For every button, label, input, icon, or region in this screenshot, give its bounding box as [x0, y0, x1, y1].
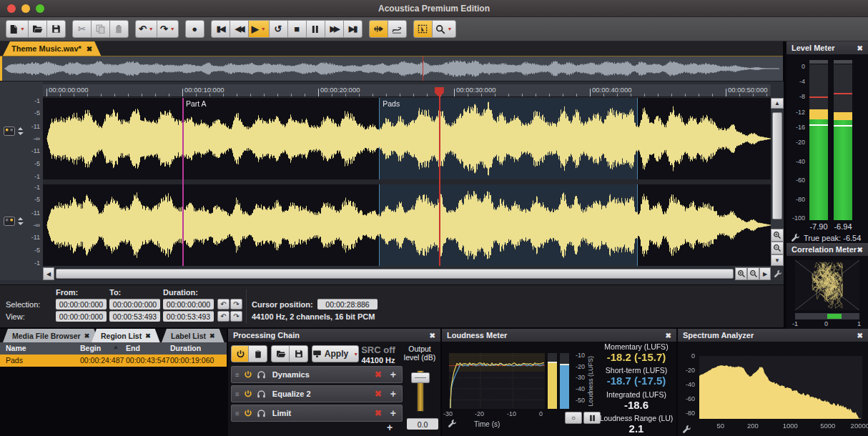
vscroll-track[interactable]	[771, 109, 784, 229]
cursor-position-field[interactable]: 00:00:28:886	[317, 299, 378, 309]
zoom-out-vertical-button[interactable]	[771, 242, 784, 254]
copy-button[interactable]	[91, 20, 110, 38]
waveform-channel-1[interactable]	[43, 98, 771, 179]
close-icon[interactable]: ✖	[857, 44, 863, 52]
loop-button[interactable]: ↺	[269, 20, 288, 38]
chain-open-button[interactable]	[271, 345, 290, 362]
channel-select-icon[interactable]	[4, 217, 15, 227]
region-list-row[interactable]: Pads00:00:24:48700:00:43:54700:00:19:060	[0, 355, 227, 367]
redo-button[interactable]: ↷▼	[157, 20, 179, 38]
selection-redo-button[interactable]: ↷	[230, 299, 242, 309]
selection-from-field[interactable]: 00:00:00:000	[56, 299, 107, 309]
go-to-start-button[interactable]: ▮◀	[211, 20, 230, 38]
zoom-in-vertical-button[interactable]	[771, 229, 784, 242]
column-header-name[interactable]: Name	[6, 344, 26, 352]
effect-row-equalize-2[interactable]: ≡Equalize 2✖+	[231, 385, 403, 402]
remove-effect-icon[interactable]: ✖	[375, 408, 382, 418]
drag-handle-icon[interactable]: ≡	[235, 410, 240, 417]
tab-close-icon[interactable]: ✖	[209, 332, 215, 340]
waveform-channel-2[interactable]	[43, 184, 771, 266]
add-effect-button[interactable]: +	[387, 422, 393, 433]
close-icon[interactable]: ✖	[430, 332, 435, 340]
new-file-button[interactable]: ▼	[6, 20, 29, 38]
effect-row-limit[interactable]: ≡Limit✖+	[231, 405, 403, 422]
maximize-window-button[interactable]	[36, 4, 44, 13]
view-duration-field[interactable]: 00:00:53:493	[163, 311, 214, 322]
insert-effect-icon[interactable]: +	[390, 388, 396, 400]
hscroll-thumb[interactable]	[56, 269, 734, 279]
vscroll-thumb[interactable]	[772, 112, 782, 219]
overview-waveform[interactable]	[0, 56, 783, 81]
region-list-header[interactable]: NameBeginEndDuration▲	[0, 342, 227, 355]
view-from-field[interactable]: 00:00:00:000	[56, 311, 107, 322]
remove-effect-icon[interactable]: ✖	[375, 370, 382, 380]
remove-effect-icon[interactable]: ✖	[375, 389, 382, 399]
tab-close-icon[interactable]: ✖	[84, 332, 90, 340]
zoom-out-button[interactable]	[747, 267, 759, 280]
envelope-editor-button[interactable]	[388, 20, 407, 38]
chain-enable-button[interactable]	[231, 345, 250, 362]
close-icon[interactable]: ✖	[666, 332, 671, 340]
insert-effect-icon[interactable]: +	[390, 369, 396, 380]
selection-duration-field[interactable]: 00:00:00:000	[163, 299, 214, 309]
channel-select-icon[interactable]	[4, 127, 15, 137]
selection-to-field[interactable]: 00:00:00:000	[109, 299, 160, 309]
insert-effect-icon[interactable]: +	[390, 407, 396, 419]
go-to-end-button[interactable]: ▶▮	[343, 20, 363, 38]
spectrum-settings-wrench-icon[interactable]	[682, 425, 691, 435]
stop-button[interactable]: ■	[287, 20, 307, 38]
tab-close-icon[interactable]: ✖	[145, 332, 151, 340]
close-icon[interactable]: ✖	[857, 332, 863, 340]
effect-solo-headphones-icon[interactable]	[257, 409, 266, 417]
level-settings-wrench-icon[interactable]	[791, 233, 800, 244]
tab-theme-music[interactable]: Theme Music.wav* ✖	[3, 41, 101, 56]
tab-label-list[interactable]: Label List✖	[162, 329, 225, 342]
chain-clipboard-button[interactable]	[248, 345, 267, 362]
column-header-end[interactable]: End	[126, 344, 140, 352]
column-header-begin[interactable]: Begin	[80, 344, 101, 352]
label-marker-line[interactable]	[182, 98, 184, 266]
paste-button[interactable]	[109, 20, 129, 38]
rewind-button[interactable]: ◀◀	[230, 20, 249, 38]
loudness-record-button[interactable]: ○	[565, 412, 582, 424]
effect-solo-headphones-icon[interactable]	[257, 370, 266, 379]
scroll-right-button[interactable]: ▶	[759, 267, 771, 280]
loudness-settings-wrench-icon[interactable]	[448, 419, 457, 430]
output-level-value[interactable]: 0.0	[407, 418, 438, 430]
apply-chain-button[interactable]: Apply ▼	[312, 345, 359, 362]
output-fader-handle[interactable]	[411, 372, 430, 383]
scrub-button[interactable]	[369, 20, 388, 38]
view-to-field[interactable]: 00:00:53:493	[109, 311, 160, 322]
effect-solo-headphones-icon[interactable]	[257, 390, 266, 398]
view-undo-button[interactable]: ↶	[217, 311, 230, 322]
chain-save-button[interactable]	[289, 345, 308, 362]
channel2-controls[interactable]	[4, 217, 24, 227]
open-file-button[interactable]	[28, 20, 47, 38]
tab-close-icon[interactable]: ✖	[87, 45, 92, 53]
effect-power-icon[interactable]	[244, 370, 252, 379]
scroll-down-button[interactable]: ▼	[771, 254, 784, 266]
column-header-duration[interactable]: Duration	[170, 344, 201, 352]
zoom-in-button[interactable]	[735, 267, 747, 280]
close-window-button[interactable]	[7, 4, 16, 13]
record-button[interactable]: ●	[185, 20, 204, 38]
hscroll-track[interactable]	[54, 267, 735, 280]
effect-power-icon[interactable]	[244, 390, 252, 398]
drag-handle-icon[interactable]: ≡	[235, 371, 240, 379]
editor-settings-wrench-icon[interactable]	[772, 267, 784, 280]
selection-tool-button[interactable]	[413, 20, 433, 38]
close-icon[interactable]: ✖	[857, 246, 863, 254]
zoom-tool-button[interactable]: ▼	[432, 20, 456, 38]
drag-handle-icon[interactable]: ≡	[235, 390, 240, 398]
channel1-controls[interactable]	[4, 127, 24, 137]
view-redo-button[interactable]: ↷	[230, 311, 242, 322]
tab-region-list[interactable]: Region List✖	[92, 329, 160, 342]
time-ruler[interactable]: 00:00:00:00000:00:10:00000:00:20:00000:0…	[43, 84, 771, 97]
minimize-window-button[interactable]	[21, 4, 30, 13]
cut-button[interactable]: ✂	[72, 20, 92, 38]
tab-media-file-browser[interactable]: Media File Browser✖	[3, 329, 99, 342]
effect-row-dynamics[interactable]: ≡Dynamics✖+	[231, 366, 403, 383]
save-file-button[interactable]	[46, 20, 66, 38]
selection-undo-button[interactable]: ↶	[217, 299, 230, 309]
undo-button[interactable]: ↶▼	[135, 20, 157, 38]
